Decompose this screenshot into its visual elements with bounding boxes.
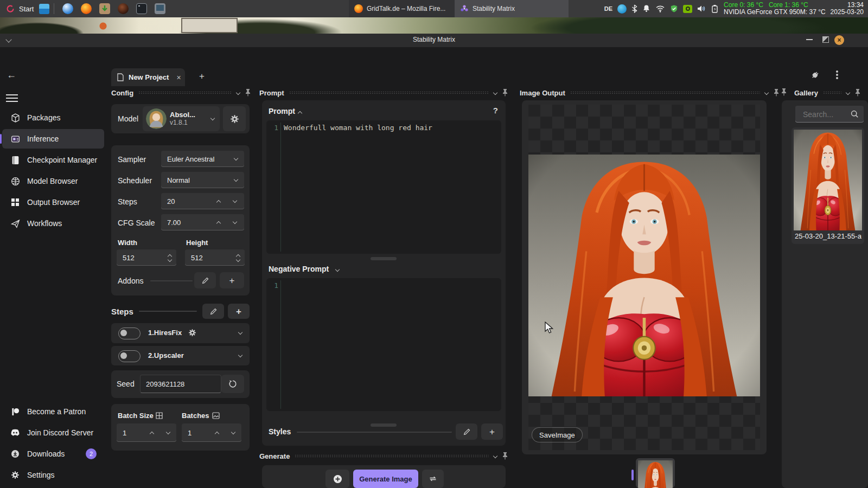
launcher-package-icon[interactable] [99, 3, 110, 14]
sidebar-item-settings[interactable]: Settings [2, 465, 104, 485]
prompt-editor[interactable]: 1 Wonderfull woman with long red hair [266, 120, 501, 254]
prompt-section-title[interactable]: Prompt [269, 107, 295, 115]
batch-size-spinner[interactable]: 1 [117, 423, 176, 442]
sidebar-item-model-browser[interactable]: Model Browser [2, 171, 104, 191]
wifi-icon[interactable] [655, 5, 665, 12]
search-icon[interactable] [851, 110, 859, 118]
addons-add-button[interactable]: + [220, 272, 244, 288]
cfg-spinner[interactable]: 7.00 [161, 214, 244, 230]
window-titlebar[interactable]: Stability Matrix [0, 34, 868, 47]
pin-icon[interactable] [502, 452, 508, 460]
generate-panel-header[interactable]: Generate [259, 452, 508, 460]
prompt-panel-header[interactable]: Prompt [259, 88, 508, 97]
styles-add-button[interactable]: + [481, 423, 503, 440]
upscaler-module-card[interactable]: 2.Upscaler [111, 346, 250, 365]
sidebar-item-checkpoint-manager[interactable]: Checkpoint Manager [2, 150, 104, 170]
decrement-icon[interactable] [226, 423, 240, 442]
launcher-sphere-icon[interactable] [118, 3, 129, 14]
hiresfix-module-card[interactable]: 1.HiresFix [111, 323, 250, 343]
image-output-panel-header[interactable]: Image Output [520, 88, 779, 97]
sampler-select[interactable]: Euler Ancestral [161, 151, 244, 167]
notifications-bell-icon[interactable] [642, 4, 650, 13]
batches-spinner[interactable]: 1 [182, 423, 241, 442]
prompt-text[interactable]: Wonderfull woman with long red hair [284, 124, 498, 132]
gallery-panel-header[interactable]: Gallery [794, 88, 860, 97]
taskbar-window-stability-matrix[interactable]: Stability Matrix [455, 0, 569, 17]
collapse-chevron-icon[interactable] [298, 111, 302, 115]
tab-new-project[interactable]: New Project × [111, 68, 185, 86]
model-settings-button[interactable] [223, 106, 246, 131]
config-panel-header[interactable]: Config [111, 88, 251, 97]
sidebar-item-output-browser[interactable]: Output Browser [2, 192, 104, 212]
keyboard-layout-indicator[interactable]: DE [604, 5, 612, 12]
sidebar-item-inference[interactable]: Inference [2, 129, 104, 149]
sidebar-item-become-a-patron[interactable]: Become a Patron [2, 402, 104, 421]
search-input[interactable] [802, 110, 850, 119]
negative-prompt-title[interactable]: Negative Prompt [269, 265, 329, 273]
scheduler-select[interactable]: Normal [161, 172, 244, 188]
tab-close-icon[interactable]: × [176, 73, 181, 82]
addons-edit-button[interactable] [194, 272, 216, 288]
gallery-item[interactable]: 25-03-20_13-21-55-a [792, 127, 864, 244]
close-button[interactable]: × [834, 35, 844, 45]
decrement-icon[interactable] [228, 193, 242, 209]
more-options-icon[interactable] [836, 69, 838, 80]
upscaler-toggle[interactable] [118, 350, 141, 362]
increment-icon[interactable] [145, 423, 159, 442]
connections-plug-icon[interactable] [809, 69, 821, 81]
start-button[interactable]: Start [0, 0, 39, 17]
expand-chevron-icon[interactable] [238, 353, 242, 357]
pin-icon[interactable] [245, 89, 251, 97]
gallery-search[interactable] [795, 106, 864, 123]
pin-icon[interactable] [774, 89, 779, 97]
taskbar-window-gridtalk[interactable]: GridTalk.de – Mozilla Fire... [349, 0, 464, 17]
collapse-chevron-icon[interactable] [493, 91, 497, 95]
add-to-queue-button[interactable] [326, 470, 349, 488]
sidebar-item-packages[interactable]: Packages [2, 108, 104, 127]
shield-check-icon[interactable] [670, 4, 678, 13]
launcher-display-icon[interactable] [155, 3, 165, 14]
hiresfix-toggle[interactable] [118, 328, 141, 339]
collapse-chevron-icon[interactable] [335, 267, 340, 272]
increment-icon[interactable] [210, 423, 224, 442]
launcher-firefox-icon[interactable] [81, 3, 92, 14]
stepper-icon[interactable] [168, 254, 171, 261]
repeat-generation-button[interactable] [422, 470, 444, 488]
splitter-handle[interactable] [371, 257, 397, 260]
decrement-icon[interactable] [161, 423, 175, 442]
save-image-node-label[interactable]: SaveImage [532, 427, 583, 442]
sidebar-item-downloads[interactable]: Downloads 2 [2, 444, 104, 464]
increment-icon[interactable] [212, 193, 226, 209]
pin-icon[interactable] [855, 89, 860, 97]
workspace-switcher-icon[interactable] [39, 4, 49, 14]
image-output-pin-icon[interactable] [781, 88, 787, 96]
seed-randomize-button[interactable] [221, 375, 244, 393]
model-select-button[interactable]: Absol... v1.8.1 [143, 106, 220, 131]
negative-prompt-editor[interactable]: 1 [266, 278, 501, 411]
steps-add-button[interactable]: + [228, 304, 250, 319]
nvidia-icon[interactable] [683, 5, 692, 13]
menu-toggle-button[interactable] [6, 92, 18, 104]
height-input[interactable]: 512 [185, 249, 245, 266]
seed-input[interactable] [140, 375, 221, 393]
generated-image[interactable] [528, 155, 760, 396]
volume-icon[interactable] [697, 5, 706, 12]
launcher-browser-icon[interactable] [62, 3, 73, 14]
gear-icon[interactable] [188, 329, 196, 337]
pin-icon[interactable] [502, 89, 508, 97]
splitter-handle[interactable] [371, 423, 397, 427]
styles-edit-button[interactable] [456, 423, 477, 440]
sidebar-item-workflows[interactable]: Workflows [2, 214, 104, 233]
steps-edit-button[interactable] [202, 304, 224, 319]
messenger-icon[interactable] [617, 4, 627, 14]
generate-image-button[interactable]: Generate Image [353, 470, 418, 488]
stepper-icon[interactable] [237, 254, 240, 261]
new-tab-button[interactable]: + [196, 70, 208, 82]
decrement-icon[interactable] [228, 214, 242, 230]
width-input[interactable]: 512 [117, 249, 176, 266]
collapse-chevron-icon[interactable] [764, 91, 769, 95]
collapse-chevron-icon[interactable] [846, 91, 850, 95]
collapse-chevron-icon[interactable] [236, 91, 240, 95]
steps-spinner[interactable]: 20 [161, 193, 244, 209]
launcher-terminal-icon[interactable] [136, 3, 147, 14]
